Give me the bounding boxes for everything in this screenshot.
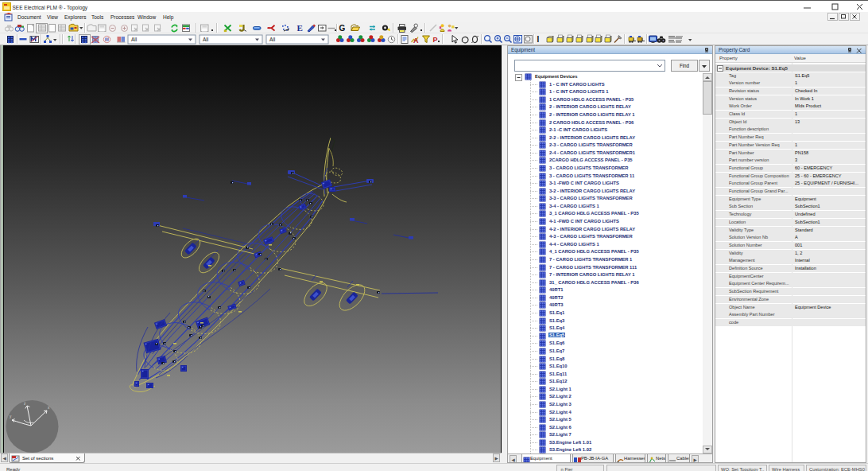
svg-text:E: E bbox=[297, 23, 303, 33]
svg-text:All: All bbox=[203, 37, 209, 42]
svg-text:I: I bbox=[537, 35, 540, 44]
svg-text:All: All bbox=[269, 37, 276, 42]
svg-text:P: P bbox=[433, 36, 438, 44]
svg-text:A: A bbox=[413, 37, 419, 45]
svg-text:G: G bbox=[339, 24, 346, 33]
svg-text:All: All bbox=[131, 37, 138, 42]
